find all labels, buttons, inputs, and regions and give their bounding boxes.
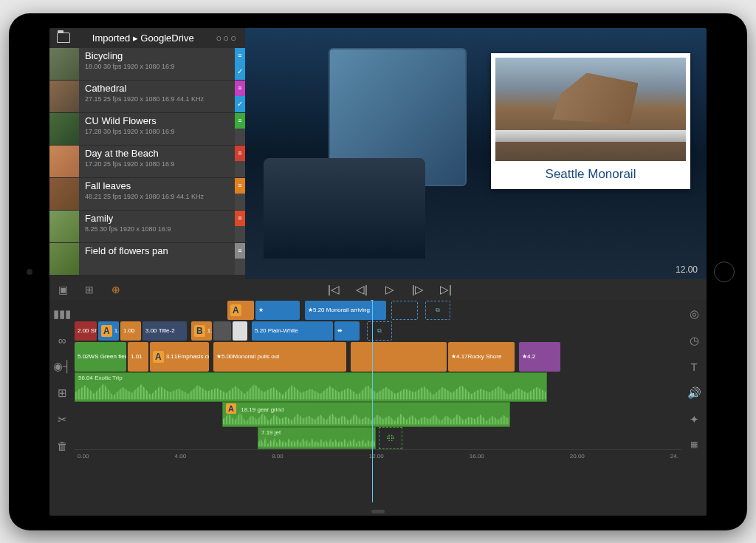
media-item[interactable]: Family 8.25 30 fps 1920 x 1080 16:9 ≡ (49, 211, 245, 243)
transition-badge: A (153, 351, 164, 363)
media-tag[interactable]: ≡ (235, 48, 245, 64)
timeline-clip[interactable]: 5.20 Plain-White (252, 321, 333, 341)
media-item[interactable]: Field of flowers pan ≡ (49, 243, 245, 276)
media-check[interactable] (235, 161, 245, 177)
add-track-icon[interactable]: ⊞ (58, 386, 67, 400)
empty-slot[interactable] (391, 301, 418, 320)
preview-timecode: 12.00 (676, 264, 698, 275)
media-item[interactable]: Cathedral 27.15 25 fps 1920 x 1080 16:9 … (49, 81, 245, 113)
play-button[interactable]: ▷ (382, 283, 397, 296)
monitor-settings-icon[interactable]: ▣ (55, 284, 70, 296)
media-check[interactable]: ✓ (235, 64, 245, 80)
audio-clip[interactable]: 7.19 jet (258, 427, 376, 449)
overlay-track-1[interactable]: A★ ★ 5.20 Monorail arriving⧉ (75, 300, 681, 321)
step-forward-button[interactable]: |▷ (410, 283, 425, 296)
media-title: Cathedral (85, 83, 229, 94)
speed-icon[interactable]: ◷ (690, 334, 699, 347)
effects-icon[interactable]: ✦ (690, 413, 699, 426)
timeline-clip[interactable]: ★ 5.00 Monorail pulls out (213, 342, 346, 372)
timeline-clip[interactable]: 1.00 (120, 321, 141, 341)
step-back-button[interactable]: ◁| (354, 283, 369, 296)
star-icon: ★ (216, 353, 221, 360)
empty-slot[interactable]: ⧉ (425, 301, 450, 320)
trash-icon[interactable]: 🗑 (57, 440, 68, 452)
timeline-clip[interactable]: 3.00 Title-2 (142, 321, 187, 341)
text-icon[interactable]: T (690, 361, 697, 373)
media-item[interactable]: CU Wild Flowers 17.28 30 fps 1920 x 1080… (49, 113, 245, 146)
timeline-clip[interactable] (213, 321, 231, 341)
timeline-clip[interactable] (351, 342, 447, 372)
pip-caption: Seattle Monorail (495, 161, 686, 185)
media-tag[interactable]: ≡ (235, 178, 245, 194)
media-tag[interactable]: ≡ (235, 243, 245, 259)
timeline-clip[interactable] (233, 321, 247, 341)
media-check[interactable] (235, 259, 245, 275)
timeline-clip[interactable]: ★ (255, 301, 300, 320)
volume-icon[interactable]: 🔊 (687, 386, 701, 400)
timeline-clip[interactable]: ⬌ (334, 321, 360, 341)
clip-label: Monorail pulls out (233, 353, 280, 360)
ruler-tick: 0.00 (78, 453, 89, 460)
goto-start-button[interactable]: |◁ (326, 283, 341, 296)
media-check[interactable] (235, 194, 245, 210)
more-icon[interactable]: ○○○ (216, 33, 238, 44)
timeline-clip[interactable]: ★ 4.17 Rocky Shore (448, 342, 515, 372)
audio-track-1[interactable]: 56.04 Exotic Trip (75, 372, 681, 402)
media-check[interactable]: ✓ (235, 96, 245, 112)
time-ruler[interactable]: 0.004.008.0012.0016.0020.0024. (75, 449, 681, 462)
keyframe-icon[interactable]: ◉┤ (53, 360, 71, 373)
add-marker-icon[interactable]: ⊕ (109, 284, 123, 296)
empty-slot[interactable]: ⧉ (367, 321, 392, 341)
audio-clip[interactable]: 56.04 Exotic Trip (75, 372, 547, 402)
media-tag[interactable]: ≡ (235, 211, 245, 227)
media-thumbnail (49, 211, 79, 242)
ruler-tick: 20.00 (570, 453, 585, 460)
link-icon[interactable]: ∞ (58, 334, 66, 346)
camera-dot (27, 269, 32, 275)
picture-in-picture[interactable]: Seattle Monorail (491, 53, 690, 189)
audio-track-3[interactable]: 7.19 jet ⢾⡷ (75, 427, 681, 449)
transport-bar: ▣ ⊞ ⊕ |◁ ◁| ▷ |▷ ▷| (49, 279, 707, 300)
timeline-clip[interactable]: ★ 4.2 (519, 342, 560, 372)
media-item[interactable]: Bicycling 18.00 30 fps 1920 x 1080 16:9 … (49, 48, 245, 81)
media-title: Day at the Beach (85, 148, 229, 159)
media-tag[interactable]: ≡ (235, 146, 245, 162)
qr-icon[interactable]: ▦ (690, 440, 698, 449)
goto-end-button[interactable]: ▷| (439, 283, 453, 296)
overlay-track-2[interactable]: 2.00 Shapes-NA1.001.003.00 Title-2B1.005… (75, 321, 681, 341)
audio-ducking-icon[interactable]: ⢾⡷ (379, 427, 402, 449)
transition-badge: A (101, 325, 112, 337)
media-tag[interactable]: ≡ (235, 113, 245, 129)
timeline-clip[interactable]: A3.11 Emphasis corrido (150, 342, 209, 372)
timeline-clip[interactable]: 1.01 (128, 342, 148, 372)
audio-track-2[interactable]: A 18.19 gear grind (75, 402, 681, 427)
media-meta: 17.20 25 fps 1920 x 1080 16:9 (85, 160, 229, 168)
video-track[interactable]: 5.02 WS Green field1.01A3.11 Emphasis co… (75, 341, 681, 372)
disk-icon[interactable]: ◎ (690, 307, 699, 321)
media-tag[interactable]: ≡ (235, 81, 245, 97)
media-item[interactable]: Day at the Beach 17.20 25 fps 1920 x 108… (49, 146, 245, 178)
home-indicator (371, 510, 385, 513)
monitor-overlay-icon[interactable]: ⊞ (82, 284, 97, 296)
audio-clip[interactable]: A 18.19 gear grind (222, 402, 510, 427)
transition-badge: B (194, 325, 205, 337)
breadcrumb[interactable]: Imported ▸ GoogleDrive (76, 33, 210, 44)
timeline-clip[interactable]: B1.00 (191, 321, 212, 341)
media-item[interactable]: Fall leaves 48.21 25 fps 1920 x 1080 16:… (49, 178, 245, 211)
media-check[interactable] (235, 226, 245, 242)
star-icon: ★ (258, 307, 264, 313)
timeline-clip[interactable]: A1.00 (98, 321, 119, 341)
timeline-clip[interactable]: 2.00 Shapes-N (75, 321, 97, 341)
cut-icon[interactable]: ✂ (58, 413, 67, 426)
timeline[interactable]: A★ ★ 5.20 Monorail arriving⧉ 2.00 Shapes… (75, 300, 681, 516)
timeline-clip[interactable]: ★ 5.20 Monorail arriving (305, 301, 386, 320)
home-button[interactable] (714, 262, 735, 282)
folder-icon[interactable] (57, 33, 70, 43)
ruler-tick: 24. (670, 453, 678, 460)
timeline-clip[interactable]: 5.02 WS Green field (75, 342, 126, 372)
levels-icon[interactable]: ▮▮▮ (53, 307, 71, 321)
clip-label: 5.20 Plain-White (255, 327, 298, 334)
timeline-clip[interactable]: A (227, 301, 254, 320)
preview-monitor[interactable]: Seattle Monorail 12.00 (245, 28, 707, 279)
media-check[interactable] (235, 129, 245, 145)
